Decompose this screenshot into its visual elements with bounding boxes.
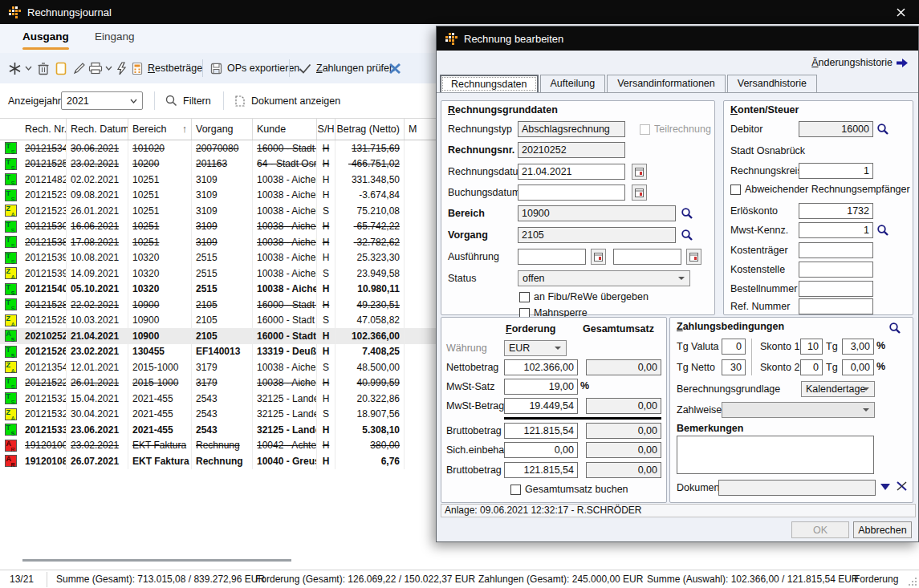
- new-dropdown-button[interactable]: [25, 53, 32, 83]
- table-row[interactable]: AR1912010023.02.2021EKT FakturaRechnung1…: [0, 438, 440, 454]
- table-row[interactable]: TS2012152822.02.202110900210516000 - Sta…: [0, 297, 440, 313]
- column-header-betrag[interactable]: Betrag (Netto): [335, 119, 405, 140]
- column-header-bereich[interactable]: Bereich ↑: [128, 119, 192, 140]
- rechnungskreis-field[interactable]: 1: [799, 163, 873, 179]
- debitor-lookup-icon[interactable]: [876, 123, 889, 136]
- berechnungsgrundlage-combobox[interactable]: Kalendertage: [801, 381, 875, 397]
- column-header-datum[interactable]: Rech. Datum: [67, 119, 128, 140]
- waehrung-combobox[interactable]: EUR: [504, 340, 567, 356]
- bestellnummer-field[interactable]: [799, 281, 873, 297]
- column-header-vorgang[interactable]: Vorgang: [192, 119, 253, 140]
- table-row[interactable]: ZA2012153914.09.202110320251510038 - Aic…: [0, 266, 440, 282]
- filtern-button[interactable]: Filtern: [165, 83, 211, 118]
- table-row[interactable]: ZA2012152810.03.202110900210516000 - Sta…: [0, 313, 440, 329]
- table-row[interactable]: TS2012153215.04.20212021-455254332125 - …: [0, 391, 440, 407]
- table-row[interactable]: TS2012153016.06.202110251310910038 - Aic…: [0, 219, 440, 235]
- print-dropdown-button[interactable]: [105, 53, 112, 83]
- resize-grip[interactable]: [908, 577, 917, 586]
- copy-button[interactable]: [55, 53, 67, 83]
- rechnungsdatum-field[interactable]: 21.04.2021: [518, 164, 625, 180]
- table-row[interactable]: AR1912010826.07.2021EKT FakturaRechnung1…: [0, 453, 440, 469]
- tab-rechnungsdaten[interactable]: Rechnungsdaten: [440, 75, 539, 93]
- close-button[interactable]: [882, 0, 919, 24]
- table-row[interactable]: TS2012153910.08.202110320251510038 - Aic…: [0, 250, 440, 266]
- tab-ausgang[interactable]: Ausgang: [22, 30, 69, 43]
- aenderungshistorie-link[interactable]: Änderungshistorie: [811, 57, 909, 68]
- gesamtumsatz-buchen-checkbox[interactable]: Gesamtumsatz buchen: [510, 484, 628, 495]
- restbetraege-button[interactable]: Restbeträge: [132, 53, 202, 83]
- bereich-field[interactable]: 10900: [518, 205, 676, 221]
- tab-aufteilung[interactable]: Aufteilung: [540, 75, 606, 93]
- table-row[interactable]: TS2012153323.06.20212021-455254332125 - …: [0, 422, 440, 438]
- status-combobox[interactable]: offen: [518, 270, 690, 286]
- ops-exportieren-button[interactable]: OPs exportieren: [210, 53, 299, 83]
- vorgang-lookup-icon[interactable]: [681, 229, 693, 241]
- debitor-field[interactable]: 16000: [799, 121, 873, 137]
- tab-versandinformationen[interactable]: Versandinformationen: [607, 75, 726, 93]
- dokument-field[interactable]: [718, 480, 876, 496]
- mwst-betrag-forderung-field[interactable]: 19.449,54: [504, 398, 578, 414]
- sich-einbehalt-forderung-field[interactable]: 0,00: [504, 442, 578, 458]
- bemerkungen-textarea[interactable]: [677, 436, 874, 474]
- bruttobetrag2-forderung-field[interactable]: 121.815,54: [504, 462, 578, 478]
- kostenstelle-field[interactable]: [799, 262, 873, 278]
- mwst-kennz-lookup-icon[interactable]: [876, 224, 889, 237]
- rechnungsnr-field[interactable]: 20210252: [518, 142, 625, 158]
- print-button[interactable]: [88, 53, 103, 83]
- bruttobetrag-forderung-field[interactable]: 121.815,54: [504, 423, 578, 439]
- ausfuehrung-bis-field[interactable]: [613, 249, 681, 265]
- table-row[interactable]: TS2012154005.10.202110320251510038 - Aic…: [0, 282, 440, 298]
- abbrechen-button[interactable]: Abbrechen: [853, 521, 912, 538]
- ausfuehrung-bis-calendar-button[interactable]: [686, 249, 701, 265]
- dokument-remove-icon[interactable]: [896, 481, 908, 492]
- kostentraeger-field[interactable]: [799, 242, 873, 258]
- fibu-checkbox[interactable]: an Fibu/ReWe übergeben: [519, 291, 649, 302]
- column-header-rechnr[interactable]: Rech. Nr.: [21, 119, 67, 140]
- tab-eingang[interactable]: Eingang: [95, 30, 135, 43]
- tg-valuta-field[interactable]: 0: [722, 339, 746, 355]
- abweichender-empfaenger-checkbox[interactable]: Abweichender Rechnungsempfänger: [730, 184, 910, 195]
- vorgang-field[interactable]: 2105: [518, 227, 676, 243]
- anzeigejahr-select[interactable]: 2021: [61, 91, 143, 110]
- table-row[interactable]: AS2021025221.04.202110900210516000 - Sta…: [0, 328, 440, 344]
- column-header-kunde[interactable]: Kunde: [253, 119, 317, 140]
- delete-button[interactable]: [37, 53, 50, 83]
- zahlungsbedingungen-lookup-icon[interactable]: [889, 322, 901, 335]
- new-button[interactable]: [8, 53, 22, 83]
- table-row[interactable]: TS2012148202.02.202110251310910038 - Aic…: [0, 172, 440, 188]
- dokument-dropdown-icon[interactable]: [880, 484, 891, 491]
- skonto2-tage-field[interactable]: 0: [800, 359, 823, 375]
- table-row[interactable]: TS2012153430.06.20211010202007008016000 …: [0, 140, 440, 156]
- table-row[interactable]: TS2012153817.08.202110251310910038 - Aic…: [0, 234, 440, 250]
- nettobetrag-forderung-field[interactable]: 102.366,00: [504, 359, 578, 375]
- tab-versandhistorie[interactable]: Versandhistorie: [727, 75, 817, 93]
- table-row[interactable]: ZA2012153230.04.20212021-455254332125 - …: [0, 407, 440, 423]
- dokument-anzeigen-button[interactable]: Dokument anzeigen: [234, 83, 340, 118]
- rechnungstyp-field[interactable]: Abschlagsrechnung: [518, 121, 625, 137]
- table-row[interactable]: TS2012152309.08.202110251310910038 - Aic…: [0, 188, 440, 204]
- mwst-kennz-field[interactable]: 1: [799, 222, 873, 238]
- horizontal-scrollbar-thumb[interactable]: [22, 559, 291, 562]
- skonto1-prozent-field[interactable]: 3,00: [842, 339, 874, 355]
- column-header-sh[interactable]: S/H: [317, 119, 335, 140]
- table-row[interactable]: ZA2012135412.01.20212015-1000317910038 -…: [0, 359, 440, 375]
- column-header-m[interactable]: M: [405, 119, 440, 140]
- skonto2-prozent-field[interactable]: 0,00: [842, 359, 874, 375]
- edit-button[interactable]: [72, 53, 86, 83]
- ok-button[interactable]: OK: [791, 521, 849, 538]
- table-row[interactable]: TS2012152226.01.20212015-1000317910038 -…: [0, 375, 440, 391]
- buchungsdatum-field[interactable]: [518, 185, 625, 201]
- tg-netto-field[interactable]: 30: [722, 359, 746, 375]
- rechnungsdatum-calendar-button[interactable]: [632, 164, 647, 180]
- table-row[interactable]: ZA2012152326.01.202110251310910038 - Aic…: [0, 203, 440, 219]
- table-row[interactable]: TS2012152523.02.20211020020116364 - Stad…: [0, 156, 440, 172]
- bereich-lookup-icon[interactable]: [681, 207, 693, 220]
- delete-payment-button[interactable]: [388, 53, 401, 83]
- erloeskonto-field[interactable]: 1732: [799, 203, 873, 219]
- skonto1-tage-field[interactable]: 10: [800, 339, 823, 355]
- zahlungen-pruefen-button[interactable]: Zahlungen prüfen: [299, 53, 395, 83]
- buchungsdatum-calendar-button[interactable]: [632, 185, 647, 201]
- column-header-icon[interactable]: [0, 119, 21, 140]
- actions-button[interactable]: [116, 53, 127, 83]
- ref-nummer-field[interactable]: [799, 298, 873, 314]
